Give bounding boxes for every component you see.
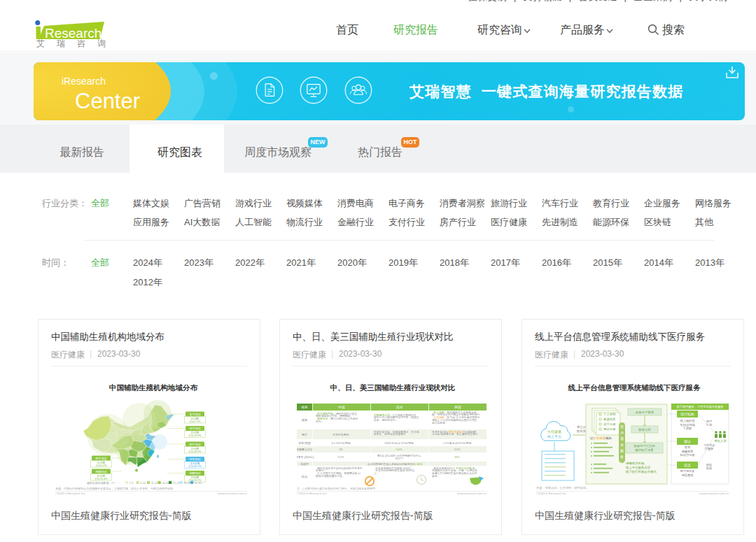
svg-text:政策: 政策 bbox=[302, 418, 307, 422]
svg-text:11-15: 11-15 bbox=[151, 482, 158, 485]
svg-text:华南地区: 华南地区 bbox=[189, 471, 202, 475]
svg-text:辅助生殖机构数量（个）：: 辅助生殖机构数量（个）： bbox=[87, 481, 120, 485]
svg-text:择孕生、怀孕遗传筛查需求: 择孕生、怀孕遗传筛查需求 bbox=[373, 432, 406, 436]
svg-text:活动率: 活动率 bbox=[300, 462, 309, 466]
svg-text:潜在人群: 潜在人群 bbox=[714, 439, 727, 443]
svg-text:诊疗记录: 诊疗记录 bbox=[603, 422, 616, 426]
svg-text:www.iresearch.com.cn: www.iresearch.com.cn bbox=[218, 492, 247, 495]
svg-text:共54家: 共54家 bbox=[191, 447, 200, 450]
svg-text:服: 服 bbox=[620, 448, 624, 452]
svg-text:中国: 中国 bbox=[338, 406, 345, 409]
svg-text:©2023.3 iResearch Inc.: ©2023.3 iResearch Inc. bbox=[55, 492, 86, 495]
svg-text:1.2万美元=8.3万元/周期: 1.2万美元=8.3万元/周期 bbox=[443, 441, 472, 445]
svg-text:华中地区: 华中地区 bbox=[189, 443, 202, 446]
svg-text:随访: 随访 bbox=[684, 439, 691, 444]
svg-text:求高龄/单身需求者、私人健康孕生需求: 求高龄/单身需求者、私人健康孕生需求 bbox=[432, 432, 478, 436]
svg-text:西南地区: 西南地区 bbox=[95, 470, 108, 473]
svg-text:华北地区: 华北地区 bbox=[189, 427, 202, 430]
svg-text:©2023.3 iResearch Inc.: ©2023.3 iResearch Inc. bbox=[536, 492, 567, 495]
svg-text:西北地区: 西北地区 bbox=[95, 457, 108, 460]
svg-text:随访记录: 随访记录 bbox=[603, 427, 616, 431]
svg-text:下就医: 下就医 bbox=[682, 427, 692, 430]
svg-text:共47家: 共47家 bbox=[191, 431, 200, 434]
svg-text:查询: 查询 bbox=[685, 445, 690, 449]
svg-text:试管婴儿占比: 试管婴儿占比 bbox=[297, 448, 313, 451]
svg-text:中国辅助生殖机构地域分布: 中国辅助生殖机构地域分布 bbox=[109, 383, 198, 392]
svg-text:21-25: 21-25 bbox=[173, 482, 180, 485]
svg-text:共52家: 共52家 bbox=[97, 474, 106, 478]
svg-text:数据分析: 数据分析 bbox=[638, 428, 651, 432]
svg-text:用户: 用户 bbox=[302, 433, 307, 436]
svg-text:共65家: 共65家 bbox=[191, 476, 200, 479]
svg-text:5.0%: 5.0% bbox=[396, 448, 402, 451]
svg-text:2.2%: 2.2% bbox=[454, 448, 461, 451]
svg-text:占比15.4%: 占比15.4% bbox=[94, 477, 108, 480]
svg-text:31-35: 31-35 bbox=[195, 482, 202, 485]
svg-text:用药需求: 用药需求 bbox=[682, 473, 694, 477]
svg-text:30%。: 30%。 bbox=[316, 420, 323, 423]
svg-text:育信息服务。: 育信息服务。 bbox=[432, 421, 448, 425]
svg-text:· 日本为20年辅助女性及40-60岁以: · 日本为20年辅助女性及40-60岁以 bbox=[374, 469, 414, 472]
svg-text:引流: 引流 bbox=[706, 423, 713, 427]
svg-text:药店: 药店 bbox=[684, 463, 691, 468]
svg-text:临床，辅助孕治疗）。: 临床，辅助孕治疗）。 bbox=[374, 418, 400, 422]
svg-text:制造: 制造 bbox=[706, 466, 712, 470]
svg-text:www.iresearch.com.cn: www.iresearch.com.cn bbox=[457, 492, 486, 495]
svg-text:华东地区: 华东地区 bbox=[189, 457, 202, 461]
svg-text:以生殖健康模块:: 以生殖健康模块: bbox=[590, 436, 612, 440]
svg-text:9.2%: 9.2% bbox=[338, 456, 344, 459]
svg-text:6-10: 6-10 bbox=[141, 482, 146, 485]
svg-text:占比30.2%: 占比30.2% bbox=[188, 464, 202, 468]
svg-text:4.1-10万元/周期: 4.1-10万元/周期 bbox=[331, 441, 350, 445]
svg-text:日本: 日本 bbox=[396, 406, 403, 409]
svg-text:务: 务 bbox=[620, 455, 624, 459]
svg-text:美国: 美国 bbox=[454, 405, 461, 409]
svg-text:医保达成最低廉价方案。: 医保达成最低廉价方案。 bbox=[316, 474, 345, 478]
svg-text:33%: 33% bbox=[454, 456, 460, 459]
svg-text:参考。: 参考。 bbox=[432, 474, 440, 478]
svg-text:求: 求 bbox=[620, 443, 624, 447]
svg-text:健康档案: 健康档案 bbox=[603, 418, 616, 421]
svg-text:www.iresearch.com.cn: www.iresearch.com.cn bbox=[699, 492, 729, 495]
svg-text:共31家: 共31家 bbox=[97, 461, 106, 464]
svg-text:生殖健康: 生殖健康 bbox=[547, 429, 561, 434]
svg-text:不孕不育患者: 不孕不育患者 bbox=[333, 433, 349, 436]
svg-text:用户病历及: 用户病历及 bbox=[680, 469, 695, 473]
svg-text:共102家: 共102家 bbox=[190, 462, 200, 465]
svg-text:全球范围辅助生殖人群剩余比例保持在40~60%: 全球范围辅助生殖人群剩余比例保持在40~60% bbox=[368, 462, 423, 466]
svg-text:需: 需 bbox=[620, 436, 624, 441]
svg-text:用: 用 bbox=[620, 425, 624, 429]
svg-text:共24家: 共24家 bbox=[191, 417, 200, 420]
svg-text:中、日、美三国辅助生殖行业现状对比: 中、日、美三国辅助生殖行业现状对比 bbox=[330, 383, 456, 392]
svg-text:占比16.0%: 占比16.0% bbox=[188, 450, 202, 453]
svg-text:来源：专家访谈，公开资料，研究绘制。: 来源：专家访谈，公开资料，研究绘制。 bbox=[536, 486, 589, 490]
svg-text:上。: 上。 bbox=[374, 471, 379, 475]
svg-text:价格/周期: 价格/周期 bbox=[298, 441, 310, 445]
svg-text:占比13.9%: 占比13.9% bbox=[188, 434, 202, 437]
svg-text:占比9.2%: 占比9.2% bbox=[95, 464, 107, 467]
svg-text:户: 户 bbox=[620, 431, 624, 435]
svg-text:1-5: 1-5 bbox=[130, 482, 134, 485]
svg-text:注：上述数据统计源自各国相关部门统计、专家访谈及桌面研究。: 注：上述数据统计源自各国相关部门统计、专家访谈及桌面研究。 bbox=[297, 487, 378, 490]
svg-text:线上平台: 线上平台 bbox=[547, 434, 561, 438]
svg-text:占比7.1%: 占比7.1% bbox=[189, 420, 201, 423]
svg-text:为27.7: 为27.7 bbox=[395, 457, 402, 460]
svg-text:收集用户数据: 收集用户数据 bbox=[636, 411, 654, 414]
svg-text:疗服务: 疗服务 bbox=[705, 447, 714, 450]
svg-text:©2023.3 iResearch Inc.: ©2023.3 iResearch Inc. bbox=[297, 492, 328, 495]
svg-text:东北地区: 东北地区 bbox=[189, 413, 202, 416]
svg-text:来源：中国妇幼保健协会生殖健康专业委员会，卫健委官网，根据公: 来源：中国妇幼保健协会生殖健康专业委员会，卫健委官网，根据公开资料、专家访谈研究… bbox=[55, 487, 176, 491]
svg-text:500万日元=4.1万元/周期: 500万日元=4.1万元/周期 bbox=[384, 441, 414, 445]
svg-text:线上平台信息管理系统辅助线下医疗服务: 线上平台信息管理系统辅助线下医疗服务 bbox=[568, 383, 701, 392]
svg-text:26-30: 26-30 bbox=[184, 482, 191, 485]
svg-text:渗透率 (2021e): 渗透率 (2021e) bbox=[297, 455, 314, 459]
svg-text:16-20: 16-20 bbox=[162, 482, 169, 485]
svg-text:2%: 2% bbox=[339, 448, 343, 451]
svg-text:个人资料: 个人资料 bbox=[603, 413, 616, 416]
svg-text:线上平台服务内容: 线上平台服务内容 bbox=[626, 466, 651, 469]
svg-text:维度: 维度 bbox=[302, 406, 309, 409]
